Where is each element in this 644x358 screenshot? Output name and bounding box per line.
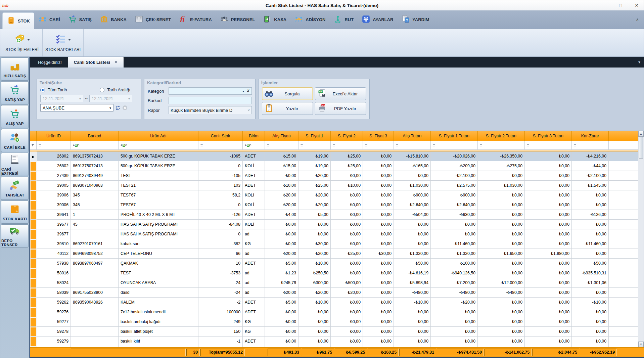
table-row[interactable]: 398108692791079161kabak sarı-382KG₺0,00₺…	[30, 239, 644, 249]
ribbon-tab-kasa[interactable]: KASA	[259, 10, 290, 29]
rapor-select[interactable]: Küçük Birimden Büyük Birime D˅	[169, 106, 252, 114]
date-to-input[interactable]: 12.11.2021▾	[89, 95, 132, 102]
vertical-scrollbar[interactable]: ▲ ▼	[638, 131, 644, 347]
tab-hosgeldiniz[interactable]: Hoşgeldiniz!	[32, 57, 68, 68]
date-from-input[interactable]: 12.11.2021▾	[40, 95, 83, 102]
ribbon-tab-rut[interactable]: RUT	[329, 10, 358, 29]
sidebar-item-hizli-satis[interactable]: HIZLI SATIŞ	[1, 57, 29, 81]
kategori-select[interactable]: ▾✗	[169, 87, 252, 95]
filter-cell-13[interactable]: =	[525, 141, 572, 150]
row-indicator[interactable]	[30, 278, 37, 288]
filter-cell-3[interactable]: ABC	[119, 141, 198, 150]
selected-row-arrow-icon[interactable]: ▶	[30, 151, 37, 161]
column-header-2[interactable]: Barkod	[71, 131, 119, 141]
table-row[interactable]: 58024OYUNCAK ARABA-24ad₺245,79₺300,00₺50…	[30, 278, 644, 288]
table-row[interactable]: 39006345TEST6758,2KOLİ₺20,00₺20,00₺0,00₺…	[30, 190, 644, 200]
stok-islemleri-button[interactable]: STOK İŞLEMLERİ	[2, 29, 43, 56]
table-row[interactable]: 580398691755028900dasd-24ad₺20,00₺20,00₺…	[30, 288, 644, 298]
excel-aktar-button[interactable]: XLSX Excel'e Aktar	[315, 87, 366, 100]
radio-tarih-araligi[interactable]	[100, 88, 104, 92]
sidebar-item-stok-karti[interactable]: STOK KARTI	[1, 200, 29, 224]
sidebar-item-cari-ekle[interactable]: CARİ EKLE	[1, 129, 29, 152]
column-header-5[interactable]: Birim	[243, 131, 265, 141]
filter-cell-10[interactable]: =	[394, 141, 431, 150]
table-row[interactable]: 592628693590043926KALEM-2ADET₺5,00₺10,00…	[30, 298, 644, 307]
column-header-11[interactable]: S. Fiyatı 1 Tutarı	[431, 131, 478, 141]
table-row[interactable]: 58016TEST-3753ad₺1,23₺250,50₺0,00₺0,00-₺…	[30, 268, 644, 278]
row-indicator[interactable]	[30, 229, 37, 239]
table-row[interactable]: 390058693071040963TEST21103ADET₺10,00₺25…	[30, 181, 644, 190]
column-header-12[interactable]: S. Fiyatı 2 Tutarı	[478, 131, 525, 141]
close-button[interactable]: ✕	[633, 3, 640, 8]
minimize-button[interactable]: –	[601, 3, 608, 8]
ribbon-tab-e-fatura[interactable]: fi E-FATURA	[175, 10, 216, 29]
yazdir-button[interactable]: Yazdır	[262, 102, 313, 115]
refresh-icon[interactable]	[115, 105, 121, 110]
table-row[interactable]: 59279baskılı kılıf-1ADET₺0,00₺0,00₺0,00₺…	[30, 337, 644, 346]
table-row[interactable]: 274398691274039449TEST-105ADET₺0,00₺20,0…	[30, 171, 644, 181]
filter-cell-12[interactable]: =	[478, 141, 525, 150]
ribbon-tab-satis[interactable]: SATIŞ	[64, 10, 96, 29]
column-header-14[interactable]: Kar-Zarar	[572, 131, 609, 141]
column-header-13[interactable]: S. Fiyatı 3 Tutarı	[525, 131, 572, 141]
filter-cell-8[interactable]: =	[331, 141, 363, 150]
branch-select[interactable]: ANA ŞUBE▾	[40, 104, 113, 111]
table-row[interactable]: ▶268028691375072413500 gr. KÖPÜK TABAK E…	[30, 151, 644, 161]
column-header-8[interactable]: S. Fiyat 2	[331, 131, 363, 141]
row-indicator[interactable]	[30, 268, 37, 278]
ribbon-tab-banka[interactable]: BANKA	[96, 10, 131, 29]
table-row[interactable]: 592767x12 baskılı ıslak mendil100000ADET…	[30, 307, 644, 317]
sorgula-button[interactable]: Sorgula	[262, 87, 313, 100]
scroll-up-icon[interactable]: ▲	[638, 131, 644, 137]
filter-cell-4[interactable]: =	[198, 141, 243, 150]
table-row[interactable]: 401128694693098752CEP TELEFONU66ad₺20,00…	[30, 249, 644, 259]
maximize-button[interactable]: □	[617, 3, 624, 8]
ribbon-tab-ayarlar[interactable]: AYARLAR	[358, 10, 397, 29]
table-row[interactable]: 39006345TEST670KOLİ₺20,00₺20,00₺0,00₺0,0…	[30, 200, 644, 210]
ribbon-tab-cari[interactable]: CARİ	[34, 10, 64, 29]
ribbon-tab-adisyon[interactable]: ADİSYON	[290, 10, 329, 29]
barkod-input[interactable]	[171, 98, 250, 103]
row-indicator[interactable]	[30, 171, 37, 181]
row-indicator[interactable]	[30, 327, 37, 337]
sidebar-item-alis-yap[interactable]: ALIŞ YAP	[1, 105, 29, 128]
tab-canli-stok-listesi[interactable]: Canlı Stok Listesi ✕	[68, 57, 124, 68]
ribbon-tab-cek-senet[interactable]: ÇEK-SENET	[131, 10, 175, 29]
filter-funnel-icon[interactable]	[30, 141, 37, 150]
filter-cell-6[interactable]: =	[265, 141, 298, 150]
row-indicator[interactable]	[30, 249, 37, 259]
filter-cell-2[interactable]: ABC	[71, 141, 119, 150]
ribbon-tab-yardim[interactable]: ? YARDIM	[397, 10, 433, 29]
ribbon-tab-personel[interactable]: PERSONEL	[216, 10, 259, 29]
table-row[interactable]: 593468691077080214aaa-1ad₺0,00₺20,00₺0,0…	[30, 346, 644, 347]
row-indicator[interactable]	[30, 200, 37, 210]
row-indicator[interactable]	[30, 307, 37, 317]
column-header-1[interactable]: Ürün ID	[37, 131, 71, 141]
tab-list-chevron-icon[interactable]: ▾	[638, 60, 640, 64]
clear-circle-icon[interactable]	[122, 105, 128, 110]
table-row[interactable]: 39677HAS SAHA SATIŞ PROGRAMI0ad₺0,00₺0,0…	[30, 229, 644, 239]
column-header-6[interactable]: Alış Fiyatı	[265, 131, 298, 141]
row-indicator[interactable]	[30, 210, 37, 220]
table-row[interactable]: 59278baskılı atlet poşet150KG₺0,00₺0,00₺…	[30, 327, 644, 337]
row-indicator[interactable]	[30, 346, 37, 347]
scroll-down-icon[interactable]: ▼	[638, 342, 644, 347]
clear-x-icon[interactable]: ✗	[246, 89, 250, 93]
column-header-4[interactable]: Canlı Stok	[198, 131, 243, 141]
filter-cell-1[interactable]: =	[37, 141, 71, 150]
column-header-7[interactable]: S. Fiyat 1	[298, 131, 331, 141]
sidebar-item-depo-transfer[interactable]: DEPO TRNSER	[1, 224, 29, 248]
row-indicator[interactable]	[30, 220, 37, 229]
ribbon-collapse-icon[interactable]: ∧	[636, 17, 639, 22]
table-row[interactable]: 396411PROFİL 40 X 40 2 ML X 6 MT-126ADET…	[30, 210, 644, 220]
sidebar-item-cari-extresi[interactable]: CARİ EXTRESİ	[1, 153, 29, 176]
filter-cell-5[interactable]: ABC	[243, 141, 265, 150]
ribbon-tab-stok[interactable]: STOK	[2, 12, 34, 29]
row-indicator[interactable]	[30, 298, 37, 307]
row-indicator[interactable]	[30, 317, 37, 327]
row-indicator[interactable]	[30, 239, 37, 249]
filter-cell-14[interactable]: =	[572, 141, 609, 150]
row-indicator[interactable]	[30, 190, 37, 200]
sidebar-item-satis-yap[interactable]: SATIŞ YAP	[1, 81, 29, 104]
filter-cell-7[interactable]: =	[298, 141, 331, 150]
